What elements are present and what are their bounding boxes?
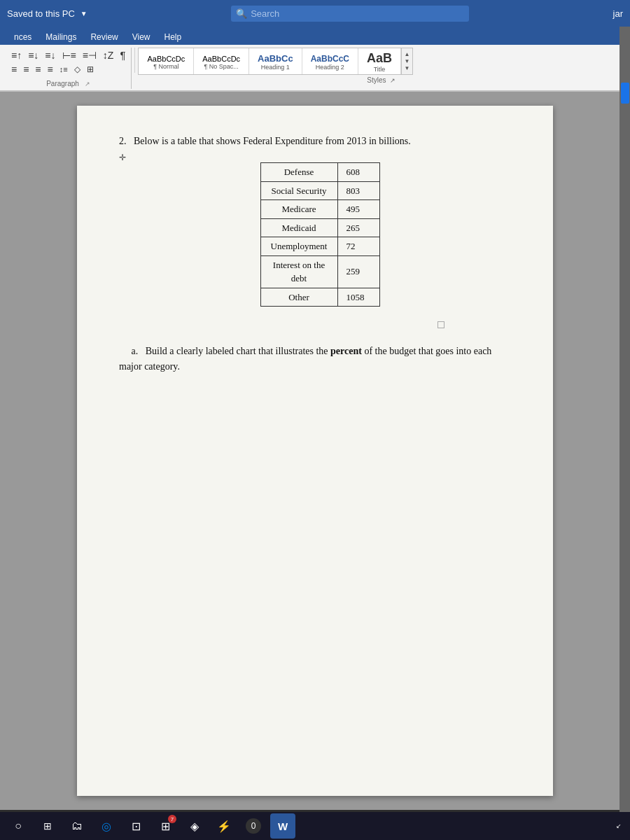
saved-dropdown-arrow[interactable]: ▼ [80,10,88,18]
table-row: Medicare 495 [260,200,379,219]
title-bar-right: jar [613,8,623,19]
sort-btn[interactable]: ↕Z [100,48,117,62]
taskbar-search-btn[interactable]: ○ [6,813,31,839]
table-cell-amount: 1058 [337,288,379,307]
taskbar-clock: ↙ [616,822,624,830]
table-cell-amount: 495 [337,200,379,219]
paragraph-row1: ≡↑ ≡↓ ≡↓ ⊢≡ ≡⊣ ↕Z ¶ [8,48,128,62]
table-cell-category: Interest on thedebt [260,255,337,288]
borders-btn[interactable]: ⊞ [84,63,97,76]
table-row: Unemployment 72 [260,237,379,256]
document-content: 2. Below is a table that shows Federal E… [119,134,511,375]
taskbar: ○ ⊞ 🗂 ◎ ⊡ ⊞ 7 ◈ ⚡ 0 W ↙ [0,812,630,840]
align-right-btn[interactable]: ≡ [32,62,43,76]
table-cell-amount: 265 [337,218,379,237]
question-number: 2. [119,136,127,146]
expenditure-table: Defense 608 Social Security 803 Medicare… [260,162,380,307]
table-row: Social Security 803 [260,181,379,200]
question-text: Below is a table that shows Federal Expe… [134,136,411,146]
taskbar-box-btn[interactable]: ◈ [182,813,207,839]
indent-right-btn[interactable]: ≡⊣ [80,48,99,62]
sub-question-label: a. [132,346,139,356]
table-cell-amount: 259 [337,255,379,288]
taskbar-zero-btn[interactable]: 0 [241,813,266,839]
title-bar-left: Saved to this PC ▼ [7,8,88,19]
taskbar-security-btn[interactable]: ⊡ [123,813,148,839]
table-resize-handle [186,318,444,332]
paragraph-row2: ≡ ≡ ≡ ≡ ↕≡ ◇ ⊞ [8,62,128,76]
justify-btn[interactable]: ≡ [45,62,56,76]
search-icon: 🔍 [236,8,247,19]
tab-review[interactable]: Review [83,29,125,45]
ribbon-tabs: nces Mailings Review View Help [0,27,630,45]
apps-badge: 7 [168,815,176,823]
question-line: 2. Below is a table that shows Federal E… [119,134,511,148]
ribbon: ≡↑ ≡↓ ≡↓ ⊢≡ ≡⊣ ↕Z ¶ ≡ ≡ ≡ ≡ ↕≡ ◇ ⊞ Parag… [0,45,630,92]
table-cell-amount: 72 [337,237,379,256]
sub-question-text1: Build a clearly labeled chart that illus… [146,346,330,356]
scroll-thumb[interactable] [621,83,629,104]
table-cell-amount: 608 [337,163,379,182]
table-cell-category: Medicare [260,200,337,219]
table-cell-category: Social Security [260,181,337,200]
style-no-space[interactable]: AaBbCcDc ¶ No Spac... [194,48,249,74]
ribbon-divider [134,48,135,73]
style-heading2[interactable]: AaBbCcC Heading 2 [302,48,358,74]
tab-nces[interactable]: nces [7,29,38,45]
search-input[interactable] [231,6,469,22]
style-title[interactable]: AaB Title [358,48,401,74]
saved-to-pc-label: Saved to this PC [7,8,75,19]
sub-question-bold: percent [330,346,362,356]
tab-help[interactable]: Help [158,29,189,45]
move-handle[interactable]: ✛ [119,151,126,164]
document-area: 2. Below is a table that shows Federal E… [0,92,630,810]
indent-left-btn[interactable]: ⊢≡ [59,48,79,62]
paragraph-group: ≡↑ ≡↓ ≡↓ ⊢≡ ≡⊣ ↕Z ¶ ≡ ≡ ≡ ≡ ↕≡ ◇ ⊞ Parag… [6,48,132,89]
taskbar-power-btn[interactable]: ⚡ [211,813,237,839]
taskbar-pin-btn[interactable]: ⊞ [35,813,60,839]
styles-group: AaBbCcDc ¶ Normal AaBbCcDc ¶ No Spac... … [138,48,624,84]
indent-btn[interactable]: ≡↓ [25,48,41,62]
taskbar-apps-btn[interactable]: ⊞ 7 [153,813,178,839]
table-wrapper: ✛ Defense 608 Social Security 803 Medica… [119,157,511,312]
taskbar-files-btn[interactable]: 🗂 [64,813,90,839]
table-cell-amount: 803 [337,181,379,200]
style-normal[interactable]: AaBbCcDc ¶ Normal [139,48,194,74]
sub-question: a. Build a clearly labeled chart that il… [119,344,511,375]
indent2-btn[interactable]: ≡↓ [42,48,58,62]
styles-items-wrapper: AaBbCcDc ¶ Normal AaBbCcDc ¶ No Spac... … [138,48,624,75]
table-row: Other 1058 [260,288,379,307]
table-cell-category: Unemployment [260,237,337,256]
align-center-btn[interactable]: ≡ [20,62,31,76]
style-heading1[interactable]: AaBbCc Heading 1 [249,48,302,74]
shading-btn[interactable]: ◇ [71,63,83,76]
table-row: Defense 608 [260,163,379,182]
title-bar: Saved to this PC ▼ 🔍 jar [0,0,630,27]
table-cell-category: Medicaid [260,218,337,237]
table-cell-category: Defense [260,163,337,182]
table-cell-category: Other [260,288,337,307]
table-row: Medicaid 265 [260,218,379,237]
line-spacing-btn[interactable]: ↕≡ [57,64,71,75]
table-row: Interest on thedebt 259 [260,255,379,288]
paragraph-section-label: Paragraph ↗ [8,76,128,89]
ribbon-inner: ≡↑ ≡↓ ≡↓ ⊢≡ ≡⊣ ↕Z ¶ ≡ ≡ ≡ ≡ ↕≡ ◇ ⊞ Parag… [6,48,624,89]
tab-view[interactable]: View [125,29,158,45]
styles-label: Styles ↗ [138,75,624,84]
styles-scroll[interactable]: ▲ ▼ ▼ [402,48,413,75]
page: 2. Below is a table that shows Federal E… [77,106,553,796]
taskbar-word-btn[interactable]: W [270,813,295,839]
indent-decrease-btn[interactable]: ≡↑ [8,48,24,62]
search-wrapper: 🔍 [231,6,469,22]
tab-mailings[interactable]: Mailings [38,29,83,45]
show-marks-btn[interactable]: ¶ [117,48,128,62]
scrollbar[interactable] [620,27,630,812]
styles-items-row: AaBbCcDc ¶ Normal AaBbCcDc ¶ No Spac... … [138,48,402,75]
taskbar-browser-btn[interactable]: ◎ [94,813,119,839]
align-left-btn[interactable]: ≡ [8,62,20,76]
